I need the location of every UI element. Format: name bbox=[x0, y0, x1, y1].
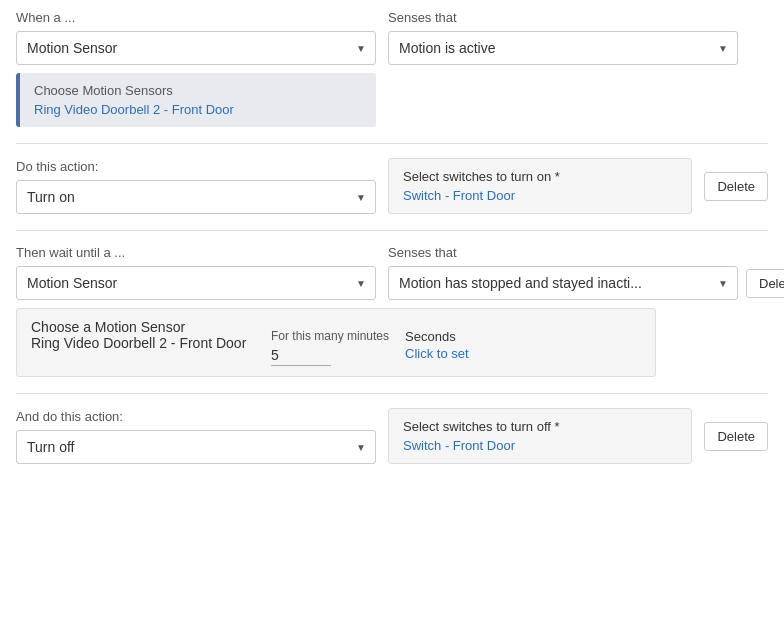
divider-3 bbox=[16, 393, 768, 394]
divider-1 bbox=[16, 143, 768, 144]
action1-select[interactable]: Turn on bbox=[16, 180, 376, 214]
wait-select-wrapper[interactable]: Motion Sensor bbox=[16, 266, 376, 300]
senses-label: Senses that bbox=[388, 10, 738, 25]
when-select-wrapper[interactable]: Motion Sensor bbox=[16, 31, 376, 65]
senses-select-wrapper[interactable]: Motion is active bbox=[388, 31, 738, 65]
chosen-motion-link[interactable]: Ring Video Doorbell 2 - Front Door bbox=[34, 102, 362, 117]
action2-label: And do this action: bbox=[16, 409, 376, 424]
action2-box: Select switches to turn off * Switch - F… bbox=[388, 408, 692, 464]
action2-column: And do this action: Turn off bbox=[16, 409, 376, 464]
wait-select[interactable]: Motion Sensor bbox=[16, 266, 376, 300]
wait-senses-label: Senses that bbox=[388, 245, 784, 260]
action1-select-wrapper[interactable]: Turn on bbox=[16, 180, 376, 214]
action2-section: And do this action: Turn off Select swit… bbox=[16, 408, 768, 464]
wait-chosen-left: Choose a Motion Sensor Ring Video Doorbe… bbox=[31, 319, 251, 351]
senses-column: Senses that Motion is active bbox=[388, 10, 738, 65]
wait-senses-column: Senses that Motion has stopped and staye… bbox=[388, 245, 784, 300]
seconds-label: Seconds bbox=[405, 329, 469, 344]
action2-delete-button[interactable]: Delete bbox=[704, 422, 768, 451]
minutes-block: For this many minutes 5 bbox=[271, 329, 389, 366]
action1-box-title: Select switches to turn on * bbox=[403, 169, 677, 184]
action2-box-title: Select switches to turn off * bbox=[403, 419, 677, 434]
minutes-value: 5 bbox=[271, 347, 331, 366]
wait-column: Then wait until a ... Motion Sensor bbox=[16, 245, 376, 300]
wait-section: Then wait until a ... Motion Sensor Sens… bbox=[16, 245, 768, 377]
wait-senses-select-wrapper[interactable]: Motion has stopped and stayed inacti... bbox=[388, 266, 738, 300]
wait-senses-select[interactable]: Motion has stopped and stayed inacti... bbox=[388, 266, 738, 300]
wait-chosen-link[interactable]: Ring Video Doorbell 2 - Front Door bbox=[31, 335, 251, 351]
action1-box-link[interactable]: Switch - Front Door bbox=[403, 188, 677, 203]
chosen-motion-title: Choose Motion Sensors bbox=[34, 83, 362, 98]
action2-select-wrapper[interactable]: Turn off bbox=[16, 430, 376, 464]
action1-box: Select switches to turn on * Switch - Fr… bbox=[388, 158, 692, 214]
minutes-label: For this many minutes bbox=[271, 329, 389, 343]
when-select[interactable]: Motion Sensor bbox=[16, 31, 376, 65]
when-section: When a ... Motion Sensor Senses that Mot… bbox=[16, 10, 768, 127]
when-label: When a ... bbox=[16, 10, 376, 25]
wait-time-detail: For this many minutes 5 Seconds Click to… bbox=[271, 329, 469, 366]
wait-detail-box: Choose a Motion Sensor Ring Video Doorbe… bbox=[16, 308, 656, 377]
action1-section: Do this action: Turn on Select switches … bbox=[16, 158, 768, 214]
divider-2 bbox=[16, 230, 768, 231]
action1-delete-button[interactable]: Delete bbox=[704, 172, 768, 201]
wait-label: Then wait until a ... bbox=[16, 245, 376, 260]
seconds-block: Seconds Click to set bbox=[405, 329, 469, 361]
action1-label: Do this action: bbox=[16, 159, 376, 174]
motion-sensor-chosen-box: Choose Motion Sensors Ring Video Doorbel… bbox=[16, 73, 376, 127]
wait-delete-button[interactable]: Delete bbox=[746, 269, 784, 298]
seconds-click-link[interactable]: Click to set bbox=[405, 346, 469, 361]
action1-column: Do this action: Turn on bbox=[16, 159, 376, 214]
when-column: When a ... Motion Sensor bbox=[16, 10, 376, 65]
action2-select[interactable]: Turn off bbox=[16, 430, 376, 464]
wait-chosen-title: Choose a Motion Sensor bbox=[31, 319, 251, 335]
senses-select[interactable]: Motion is active bbox=[388, 31, 738, 65]
action2-box-link[interactable]: Switch - Front Door bbox=[403, 438, 677, 453]
